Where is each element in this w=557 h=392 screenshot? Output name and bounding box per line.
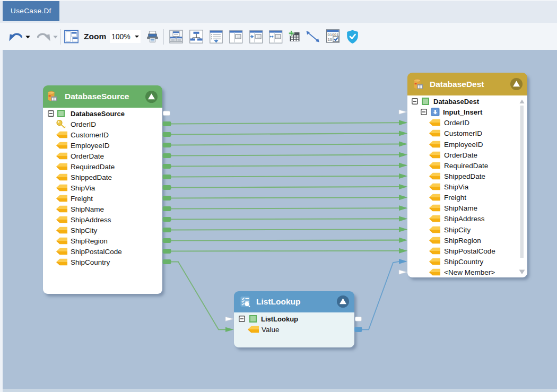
svg-text:10: 10: [327, 37, 332, 42]
svg-text:01001: 01001: [327, 32, 338, 37]
